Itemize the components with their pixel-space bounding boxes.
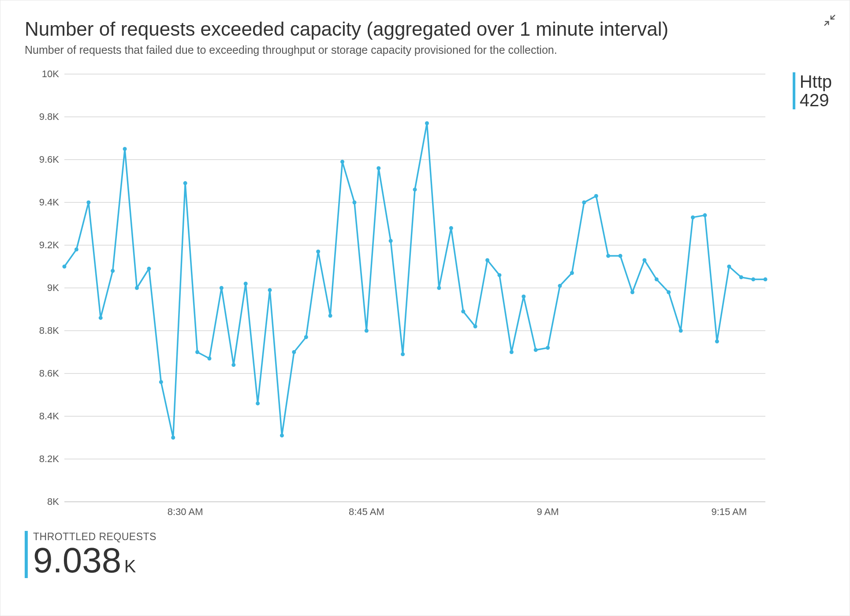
legend-entry-line1: Http <box>800 72 832 91</box>
summary-stat-value: 9.038 <box>33 541 121 580</box>
svg-point-85 <box>764 277 768 281</box>
svg-point-82 <box>727 265 731 269</box>
svg-text:9.8K: 9.8K <box>39 111 60 122</box>
svg-point-28 <box>75 247 78 251</box>
svg-point-74 <box>630 290 634 294</box>
summary-stat-label: THROTTLED REQUESTS <box>33 531 785 543</box>
svg-point-45 <box>280 433 284 437</box>
svg-text:9 AM: 9 AM <box>537 506 559 517</box>
svg-point-53 <box>377 166 380 170</box>
svg-point-33 <box>135 286 139 290</box>
svg-point-70 <box>582 201 586 205</box>
svg-point-65 <box>522 295 526 299</box>
svg-point-32 <box>123 147 127 151</box>
svg-point-52 <box>365 329 369 333</box>
svg-point-81 <box>715 340 719 343</box>
svg-point-36 <box>171 436 175 440</box>
svg-point-68 <box>558 284 562 288</box>
svg-text:8:30 AM: 8:30 AM <box>168 506 203 517</box>
svg-point-76 <box>655 277 659 281</box>
svg-point-56 <box>413 187 417 191</box>
svg-point-31 <box>111 269 115 273</box>
svg-point-55 <box>401 352 405 356</box>
svg-point-46 <box>292 350 296 354</box>
svg-text:9.6K: 9.6K <box>39 154 60 165</box>
svg-point-77 <box>667 290 671 294</box>
svg-point-37 <box>183 181 187 185</box>
svg-point-34 <box>147 267 151 271</box>
svg-text:8.4K: 8.4K <box>39 411 60 422</box>
svg-point-29 <box>86 201 90 205</box>
svg-point-69 <box>570 271 574 275</box>
svg-text:9:15 AM: 9:15 AM <box>711 506 747 517</box>
svg-point-62 <box>485 258 489 262</box>
svg-point-49 <box>328 314 332 318</box>
svg-point-40 <box>220 286 224 290</box>
svg-point-60 <box>461 310 465 314</box>
collapse-icon[interactable] <box>822 13 837 28</box>
svg-point-71 <box>594 194 598 198</box>
legend-entry-http429: Http 429 <box>793 72 832 109</box>
svg-point-84 <box>751 277 755 281</box>
svg-point-63 <box>497 273 501 277</box>
svg-point-61 <box>473 325 477 329</box>
svg-text:9.2K: 9.2K <box>39 239 60 250</box>
svg-point-47 <box>304 335 308 339</box>
metric-panel: Number of requests exceeded capacity (ag… <box>0 0 850 616</box>
svg-point-54 <box>389 239 393 243</box>
svg-text:8:45 AM: 8:45 AM <box>349 506 384 517</box>
svg-text:8.8K: 8.8K <box>39 325 60 336</box>
svg-point-64 <box>510 350 514 354</box>
svg-point-58 <box>437 286 441 290</box>
svg-point-44 <box>268 288 272 292</box>
svg-point-78 <box>679 329 683 333</box>
svg-point-79 <box>691 215 695 219</box>
svg-point-48 <box>316 250 320 254</box>
svg-point-41 <box>231 363 235 367</box>
svg-point-67 <box>546 346 550 350</box>
svg-point-72 <box>606 254 610 258</box>
chart-area[interactable]: 8K8.2K8.4K8.6K8.8K9K9.2K9.4K9.6K9.8K10K8… <box>25 70 770 519</box>
svg-point-27 <box>63 265 67 269</box>
svg-point-30 <box>99 316 103 320</box>
svg-point-35 <box>159 380 163 384</box>
svg-point-75 <box>642 258 646 262</box>
summary-stat: THROTTLED REQUESTS 9.038 K <box>25 531 785 578</box>
svg-point-39 <box>207 357 211 361</box>
svg-text:9K: 9K <box>47 282 59 293</box>
svg-point-42 <box>244 282 248 286</box>
panel-subtitle: Number of requests that failed due to ex… <box>25 44 832 56</box>
svg-text:9.4K: 9.4K <box>39 197 60 208</box>
panel-title: Number of requests exceeded capacity (ag… <box>25 18 832 40</box>
svg-point-51 <box>352 201 356 205</box>
svg-point-50 <box>340 160 344 164</box>
svg-text:8.2K: 8.2K <box>39 453 60 464</box>
svg-point-83 <box>739 275 743 279</box>
svg-text:8K: 8K <box>47 496 59 507</box>
legend: Http 429 <box>793 70 832 109</box>
svg-point-73 <box>619 254 623 258</box>
svg-point-80 <box>703 213 707 217</box>
svg-text:8.6K: 8.6K <box>39 368 60 379</box>
svg-point-57 <box>425 121 429 125</box>
svg-point-43 <box>256 401 260 405</box>
svg-point-66 <box>534 348 538 352</box>
svg-text:10K: 10K <box>42 70 59 79</box>
legend-entry-line2: 429 <box>800 91 832 109</box>
line-chart: 8K8.2K8.4K8.6K8.8K9K9.2K9.4K9.6K9.8K10K8… <box>25 70 770 519</box>
summary-stat-unit: K <box>124 556 136 576</box>
svg-point-38 <box>195 350 199 354</box>
svg-point-59 <box>449 226 453 230</box>
